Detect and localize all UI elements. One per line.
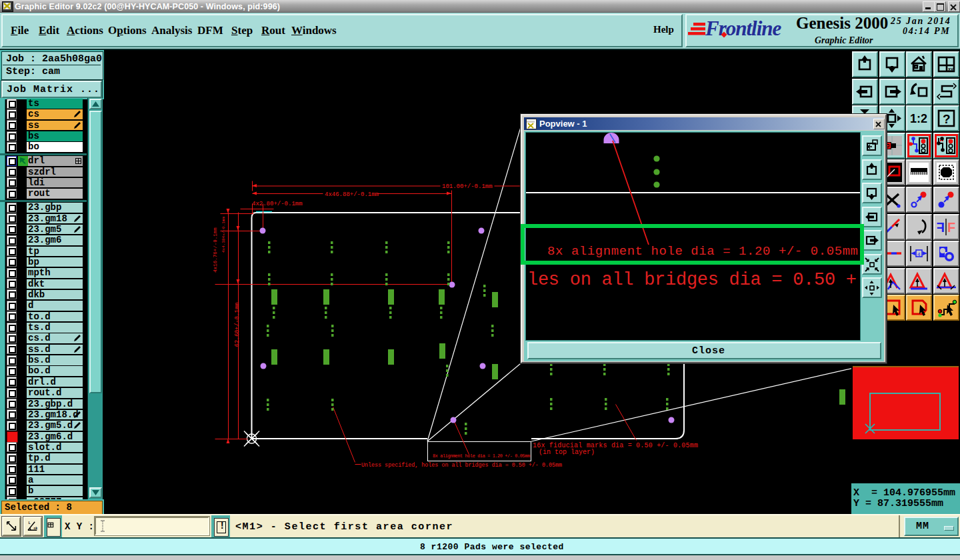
svg-text:(in top layer): (in top layer): [539, 449, 595, 456]
svg-text:xy: xy: [948, 67, 953, 72]
svg-text:F: F: [947, 220, 955, 235]
svg-text:L: L: [29, 521, 31, 525]
svg-text:4x4.384+/-0.1mm: 4x4.384+/-0.1mm: [221, 217, 226, 253]
svg-text:4x46.88+/-0.1mm: 4x46.88+/-0.1mm: [325, 191, 379, 198]
svg-text:?: ?: [943, 112, 951, 126]
svg-text:ok: ok: [34, 527, 38, 530]
svg-text:4: 4: [917, 251, 921, 257]
svg-text:les on all bridges dia = 0.50: les on all bridges dia = 0.50 +: [527, 270, 857, 290]
svg-text:4x2.80+/-0.1mm: 4x2.80+/-0.1mm: [252, 201, 303, 207]
svg-text:F: F: [937, 220, 945, 235]
svg-text:1:2: 1:2: [910, 112, 927, 125]
svg-text:Unless specified, holes on all: Unless specified, holes on all bridges d…: [361, 462, 562, 469]
svg-text:101.00+/-0.1mm: 101.00+/-0.1mm: [442, 183, 493, 190]
svg-text:8x alignment hole dia = 1.20 +: 8x alignment hole dia = 1.20 +/- 0.05mm: [433, 453, 530, 459]
svg-text:4x16.76+/-0.1mm: 4x16.76+/-0.1mm: [213, 227, 218, 273]
svg-text:62.60+/-0.1mm: 62.60+/-0.1mm: [234, 303, 241, 347]
